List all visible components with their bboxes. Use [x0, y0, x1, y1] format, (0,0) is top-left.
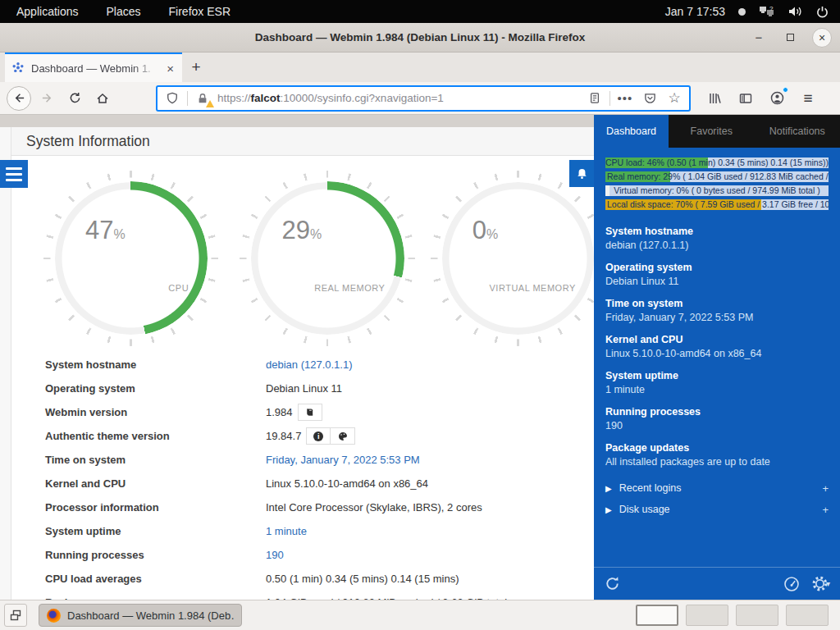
- recent-logins-section[interactable]: ▶ Recent logins +: [605, 477, 829, 499]
- warning-triangle-icon: [206, 100, 214, 107]
- gnome-top-bar: Applications Places Firefox ESR Jan 7 17…: [0, 0, 840, 23]
- chevron-down-icon: ▾: [826, 579, 830, 588]
- expand-plus-icon[interactable]: +: [822, 482, 829, 495]
- applications-menu[interactable]: Applications: [16, 5, 79, 18]
- bell-icon: [576, 167, 588, 180]
- theme-palette-button[interactable]: [331, 427, 355, 445]
- home-button[interactable]: [90, 86, 115, 111]
- sidebar-tabs: Dashboard Favorites Notifications: [594, 115, 840, 148]
- palette-icon: [338, 431, 348, 441]
- list-item: Package updates All installed packages a…: [605, 441, 829, 468]
- resource-meters: CPU load: 46% (0.50 (1 min) 0.34 (5 mins…: [594, 148, 840, 218]
- browser-tab[interactable]: Dashboard — Webmin 1. ×: [5, 52, 182, 82]
- table-row: System hostname debian (127.0.1.1): [11, 353, 594, 377]
- table-row: Running processes 190: [11, 543, 594, 567]
- new-tab-button[interactable]: +: [182, 52, 210, 82]
- bottom-taskbar: Dashboard — Webmin 1.984 (Deb…: [0, 600, 840, 630]
- reload-button[interactable]: [62, 86, 87, 111]
- system-monitor-button[interactable]: [783, 576, 800, 592]
- info-icon: i: [313, 431, 323, 441]
- network-icon[interactable]: ?: [759, 6, 775, 17]
- list-item: Time on system Friday, January 7, 2022 5…: [605, 297, 829, 324]
- settings-button[interactable]: ▾: [811, 575, 830, 592]
- account-icon[interactable]: [765, 86, 789, 111]
- workspace-3[interactable]: [736, 605, 778, 626]
- list-item: Operating system Debian Linux 11: [605, 261, 829, 288]
- page-actions-icon[interactable]: •••: [615, 89, 635, 108]
- system-info-table: System hostname debian (127.0.1.1) Opera…: [11, 353, 594, 600]
- uptime-link[interactable]: 1 minute: [266, 525, 307, 537]
- disk-space-meter: Local disk space: 70% ( 7.59 GiB used / …: [605, 199, 829, 210]
- refresh-button[interactable]: [604, 575, 621, 592]
- expand-plus-icon[interactable]: +: [822, 504, 829, 516]
- gauge-label: REAL MEMORY: [314, 283, 385, 293]
- taskbar-window-button[interactable]: Dashboard — Webmin 1.984 (Deb…: [39, 604, 242, 627]
- desktop: Applications Places Firefox ESR Jan 7 17…: [0, 0, 840, 630]
- tab-strip: Dashboard — Webmin 1. × +: [0, 52, 840, 82]
- minimize-button[interactable]: −: [750, 29, 768, 47]
- window-titlebar[interactable]: Dashboard — Webmin 1.984 (Debian Linux 1…: [0, 23, 840, 52]
- virtual-memory-meter: Virtual memory: 0% ( 0 bytes used / 974.…: [605, 185, 829, 196]
- places-menu[interactable]: Places: [107, 5, 141, 18]
- reader-view-icon[interactable]: [585, 89, 605, 108]
- gauge-arc: [54, 181, 208, 336]
- table-row: Kernel and CPU Linux 5.10.0-10-amd64 on …: [11, 472, 594, 495]
- workspace-switcher: [636, 605, 829, 626]
- list-item: Running processes 190: [605, 405, 829, 432]
- changelog-button[interactable]: [298, 404, 322, 421]
- table-row: Authentic theme version 19.84.7 i: [11, 424, 594, 448]
- bookmark-star-icon[interactable]: ☆: [664, 89, 684, 108]
- tab-close-icon[interactable]: ×: [165, 62, 176, 75]
- hostname-link[interactable]: debian (127.0.1.1): [266, 358, 353, 371]
- tab-notifications[interactable]: Notifications: [755, 115, 840, 148]
- forward-button[interactable]: [34, 86, 59, 111]
- tab-dashboard[interactable]: Dashboard: [594, 115, 669, 148]
- table-row: Operating system Debian Linux 11: [11, 377, 594, 400]
- active-app-menu[interactable]: Firefox ESR: [169, 5, 231, 18]
- library-icon[interactable]: [702, 86, 727, 111]
- maximize-button[interactable]: [781, 29, 799, 47]
- clock[interactable]: Jan 7 17:53: [665, 5, 725, 18]
- gauge-value: 47%: [85, 216, 126, 245]
- time-link[interactable]: Friday, January 7, 2022 5:53 PM: [266, 454, 420, 466]
- divider: [187, 91, 188, 106]
- insecure-lock-icon[interactable]: [193, 89, 212, 108]
- webmin-sidebar: Dashboard Favorites Notifications CPU lo…: [594, 115, 840, 600]
- windows-icon: [10, 609, 21, 621]
- workspace-2[interactable]: [686, 605, 728, 626]
- list-item: System hostname debian (127.0.1.1): [605, 225, 829, 252]
- tracking-protection-shield-icon[interactable]: [162, 89, 182, 108]
- list-item: System uptime 1 minute: [605, 369, 829, 396]
- virtual-memory-gauge: 0% VIRTUAL MEMORY: [442, 182, 594, 335]
- processes-link[interactable]: 190: [266, 549, 284, 561]
- gauge-label: CPU: [168, 283, 189, 293]
- workspace-1[interactable]: [636, 605, 678, 626]
- pocket-icon[interactable]: [640, 89, 660, 108]
- disk-usage-section[interactable]: ▶ Disk usage +: [605, 499, 829, 520]
- url-text[interactable]: https://falcot:10000/sysinfo.cgi?xnaviga…: [217, 92, 580, 104]
- power-icon[interactable]: [816, 6, 829, 18]
- app-menu-icon[interactable]: ≡: [796, 86, 820, 111]
- table-row: Webmin version 1.984: [11, 400, 594, 424]
- volume-icon[interactable]: [788, 6, 803, 17]
- show-desktop-button[interactable]: [4, 604, 27, 627]
- cpu-load-meter: CPU load: 46% (0.50 (1 min) 0.34 (5 mins…: [605, 158, 829, 168]
- gauge-arc: [250, 181, 404, 336]
- theme-info-button[interactable]: i: [306, 427, 331, 445]
- real-memory-meter: Real memory: 29% ( 1.04 GiB used / 912.8…: [605, 171, 829, 182]
- gauge-label: VIRTUAL MEMORY: [490, 283, 576, 293]
- url-bar[interactable]: https://falcot:10000/sysinfo.cgi?xnaviga…: [156, 85, 691, 112]
- workspace-4[interactable]: [786, 605, 829, 626]
- speedometer-icon: [783, 576, 800, 592]
- book-icon: [305, 408, 314, 417]
- real-memory-gauge: 29% REAL MEMORY: [251, 182, 403, 335]
- table-row: System uptime 1 minute: [11, 519, 594, 543]
- back-button[interactable]: [7, 86, 31, 111]
- webmin-page: System Information 47% CPU: [0, 115, 594, 600]
- close-button[interactable]: ×: [812, 28, 832, 48]
- table-row: Real memory 1.04 GiB used / 912.83 MiB c…: [11, 591, 594, 600]
- tab-favorites[interactable]: Favorites: [669, 115, 755, 148]
- sidebars-icon[interactable]: [733, 86, 758, 111]
- page-top-margin: [0, 115, 594, 127]
- firefox-window: Dashboard — Webmin 1.984 (Debian Linux 1…: [0, 23, 840, 600]
